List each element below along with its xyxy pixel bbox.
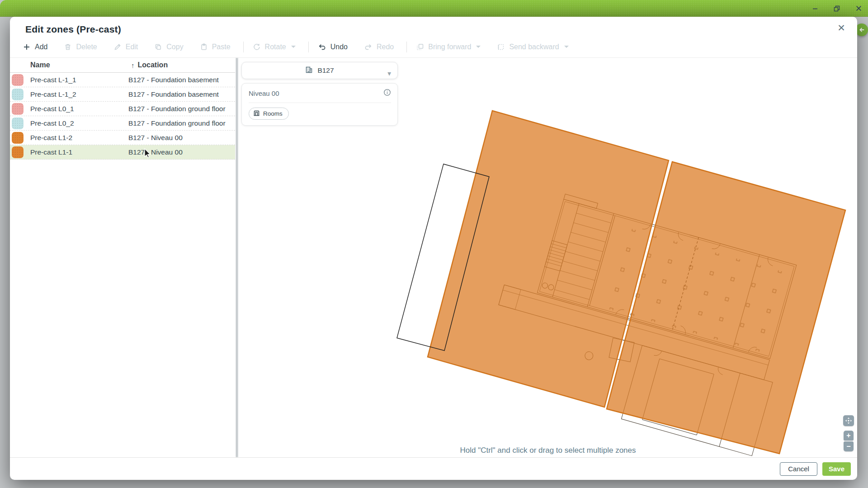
toolbar-separator bbox=[406, 42, 407, 52]
fit-view-icon[interactable] bbox=[843, 415, 854, 426]
zone-color-swatch bbox=[12, 132, 24, 144]
redo-icon bbox=[364, 43, 373, 51]
cancel-button[interactable]: Cancel bbox=[780, 462, 817, 476]
send-backward-icon bbox=[497, 43, 505, 51]
titlebar-texture bbox=[0, 0, 868, 17]
plus-icon bbox=[23, 43, 31, 51]
add-button[interactable]: Add bbox=[23, 43, 47, 51]
chevron-down-icon bbox=[291, 46, 296, 48]
table-header: Name ↑ Location bbox=[10, 58, 235, 73]
zoom-controls: + − bbox=[843, 415, 854, 451]
zone-color-swatch bbox=[12, 146, 24, 158]
zone-color-swatch bbox=[12, 74, 24, 86]
restore-icon[interactable] bbox=[833, 5, 841, 13]
trash-icon bbox=[64, 43, 72, 51]
building-selector[interactable]: B127 ▾ bbox=[241, 62, 398, 79]
pencil-icon bbox=[113, 43, 122, 51]
chevron-down-icon bbox=[476, 46, 481, 48]
save-button[interactable]: Save bbox=[822, 462, 851, 476]
rooms-chip[interactable]: Rooms bbox=[249, 108, 289, 120]
column-header-location[interactable]: ↑ Location bbox=[131, 61, 168, 69]
info-icon[interactable] bbox=[383, 89, 391, 98]
dialog-footer: Cancel Save bbox=[10, 457, 857, 480]
toolbar-separator bbox=[243, 42, 244, 52]
paste-icon bbox=[200, 43, 208, 51]
table-row[interactable]: Pre-cast L0_2 B127 - Foundation ground f… bbox=[10, 116, 235, 131]
dialog-title: Edit zones (Pre-cast) bbox=[25, 24, 857, 35]
toolbar: Add Delete Edit Copy Paste Rotate bbox=[10, 36, 857, 58]
minimize-icon[interactable] bbox=[811, 5, 819, 13]
undo-button[interactable]: Undo bbox=[318, 43, 348, 51]
sort-ascending-icon: ↑ bbox=[131, 61, 135, 69]
table-row[interactable]: Pre-cast L-1_2 B127 - Foundation basemen… bbox=[10, 87, 235, 102]
bring-forward-button[interactable]: Bring forward bbox=[416, 43, 481, 51]
divider bbox=[249, 103, 391, 103]
dialog-header: Edit zones (Pre-cast) ✕ bbox=[10, 17, 857, 36]
table-row[interactable]: Pre-cast L1-2 B127 - Niveau 00 bbox=[10, 131, 235, 145]
rotate-icon bbox=[253, 43, 261, 51]
dialog-close-icon[interactable]: ✕ bbox=[835, 22, 847, 34]
arrow-back-icon[interactable] bbox=[855, 23, 868, 36]
zone-table: Name ↑ Location Pre-cast L-1_1 B127 - Fo… bbox=[10, 58, 235, 457]
chevron-down-icon: ▾ bbox=[387, 70, 391, 78]
chevron-down-icon bbox=[564, 46, 569, 48]
zoom-out-button[interactable]: − bbox=[844, 441, 854, 451]
level-card: Niveau 00 bbox=[241, 83, 398, 126]
copy-icon bbox=[154, 43, 162, 51]
building-icon bbox=[305, 66, 313, 75]
table-row[interactable]: Pre-cast L-1_1 B127 - Foundation basemen… bbox=[10, 73, 235, 87]
table-row[interactable]: Pre-cast L0_1 B127 - Foundation ground f… bbox=[10, 102, 235, 116]
app-titlebar bbox=[0, 0, 868, 17]
screen: Edit zones (Pre-cast) ✕ Add Delete Edit … bbox=[0, 0, 868, 488]
zone-color-swatch bbox=[12, 117, 24, 129]
table-row-selected[interactable]: Pre-cast L1-1 B127 - Niveau 00 bbox=[10, 145, 235, 160]
inspector-panel: B127 ▾ Niveau 00 bbox=[241, 62, 398, 126]
column-header-name[interactable]: Name bbox=[30, 61, 50, 69]
edit-button[interactable]: Edit bbox=[113, 43, 138, 51]
panel-splitter[interactable] bbox=[235, 58, 239, 457]
zone-color-swatch bbox=[12, 89, 24, 100]
bring-forward-icon bbox=[416, 43, 424, 51]
building-selector-value: B127 bbox=[317, 66, 334, 75]
zone-color-swatch bbox=[12, 103, 24, 115]
undo-icon bbox=[318, 43, 326, 51]
send-backward-button[interactable]: Send backward bbox=[497, 43, 568, 51]
zoom-in-button[interactable]: + bbox=[844, 431, 854, 441]
rooms-door-icon bbox=[253, 110, 260, 118]
close-icon[interactable] bbox=[854, 5, 863, 13]
paste-button[interactable]: Paste bbox=[200, 43, 231, 51]
rotate-button[interactable]: Rotate bbox=[253, 43, 296, 51]
toolbar-separator bbox=[308, 42, 309, 52]
copy-button[interactable]: Copy bbox=[154, 43, 183, 51]
delete-button[interactable]: Delete bbox=[64, 43, 97, 51]
level-name: Niveau 00 bbox=[249, 89, 279, 97]
window-controls bbox=[811, 0, 863, 17]
redo-button[interactable]: Redo bbox=[364, 43, 394, 51]
